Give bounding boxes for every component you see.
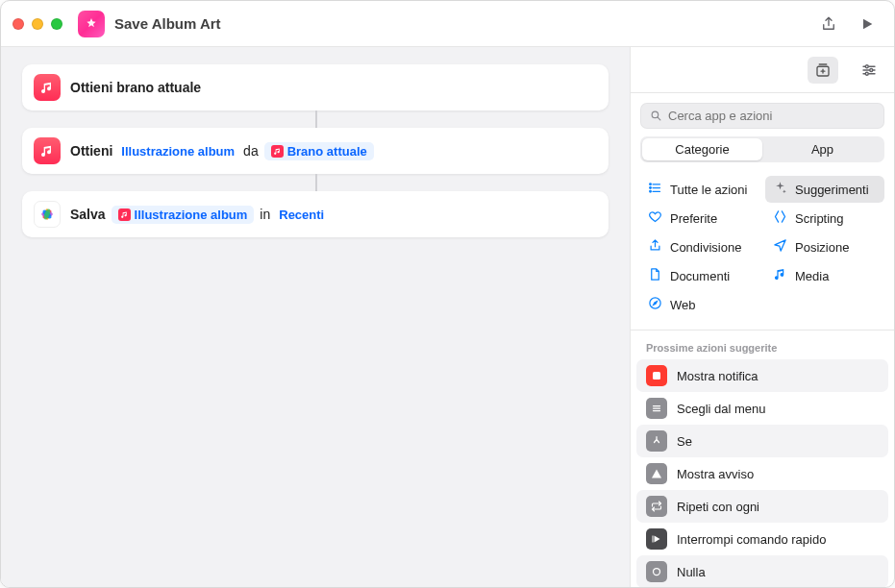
category-label: Suggerimenti: [795, 183, 869, 197]
category-label: Web: [670, 298, 696, 312]
category-condivisione[interactable]: Condivisione: [640, 233, 759, 260]
category-grid: Tutte le azioniSuggerimentiPreferiteScri…: [631, 172, 894, 330]
action-card[interactable]: SalvaIllustrazione albuminRecenti: [22, 191, 609, 237]
svg-point-9: [652, 111, 659, 118]
segment-apps[interactable]: App: [762, 138, 883, 160]
suggestion-label: Nulla: [677, 565, 706, 579]
svg-point-6: [865, 64, 868, 67]
action-connector: [315, 110, 317, 128]
category-preferite[interactable]: Preferite: [640, 205, 759, 232]
category-documenti[interactable]: Documenti: [640, 262, 759, 289]
music-app-icon: [34, 74, 61, 101]
library-toggle-button[interactable]: [808, 57, 838, 84]
category-posizione[interactable]: Posizione: [765, 233, 884, 260]
category-suggerimenti[interactable]: Suggerimenti: [765, 176, 884, 203]
action-text-small: in: [260, 207, 270, 222]
svg-point-8: [865, 72, 868, 75]
suggestion-label: Scegli dal menu: [677, 402, 766, 416]
parameter-token[interactable]: Illustrazione album: [118, 142, 237, 160]
suggestion-item[interactable]: Mostra notifica: [636, 359, 888, 392]
category-tutte-le-azioni[interactable]: Tutte le azioni: [640, 176, 759, 203]
svg-point-11: [650, 187, 652, 189]
titlebar: Save Album Art: [1, 1, 894, 47]
svg-point-7: [870, 68, 873, 71]
run-button[interactable]: [852, 11, 883, 37]
suggestion-item[interactable]: Ripeti con ogni: [636, 490, 888, 523]
variable-token[interactable]: Brano attuale: [264, 142, 374, 160]
category-label: Preferite: [670, 211, 717, 226]
action-text: OttieniIllustrazione albumdaBrano attual…: [70, 142, 374, 160]
workflow-editor[interactable]: Ottieni brano attualeOttieniIllustrazion…: [1, 47, 630, 587]
category-scripting[interactable]: Scripting: [765, 205, 884, 232]
safari-icon: [648, 296, 662, 313]
category-web[interactable]: Web: [640, 291, 759, 318]
search-field[interactable]: [640, 103, 884, 129]
category-label: Tutte le azioni: [670, 183, 747, 197]
suggestions-section-label: Prossime azioni suggerite: [631, 338, 894, 359]
action-card[interactable]: OttieniIllustrazione albumdaBrano attual…: [22, 128, 609, 174]
bell-icon: [646, 365, 667, 386]
suggestion-item[interactable]: Mostra avviso: [636, 457, 888, 490]
svg-point-10: [650, 184, 652, 185]
search-icon: [650, 110, 662, 122]
zoom-window-button[interactable]: [51, 18, 62, 30]
close-window-button[interactable]: [12, 18, 24, 30]
alert-icon: [646, 463, 667, 484]
suggestion-label: Mostra avviso: [677, 467, 754, 481]
suggestion-item[interactable]: Se: [636, 425, 888, 457]
variable-token[interactable]: Illustrazione album: [112, 206, 255, 224]
suggestion-item[interactable]: Nulla: [636, 555, 888, 587]
heart-icon: [648, 209, 662, 227]
action-text-small: da: [243, 143, 259, 159]
suggestion-item[interactable]: Scegli dal menu: [636, 392, 888, 425]
sidebar-content: Categorie App Tutte le azioniSuggeriment…: [631, 93, 894, 587]
window-title: Save Album Art: [114, 15, 221, 32]
note-icon: [773, 267, 787, 284]
search-input[interactable]: [668, 109, 875, 123]
actions-sidebar: Categorie App Tutte le azioniSuggeriment…: [630, 47, 894, 587]
shortcuts-editor-window: Save Album Art Ottieni brano attualeOtti…: [0, 0, 895, 588]
svg-point-12: [650, 190, 652, 192]
doc-icon: [648, 267, 662, 284]
empty-icon: [646, 561, 667, 582]
braces-icon: [773, 209, 787, 227]
svg-rect-14: [653, 372, 660, 380]
stop-icon: [646, 528, 667, 550]
shortcut-icon: [78, 11, 105, 37]
suggestion-label: Ripeti con ogni: [677, 500, 759, 514]
list-icon: [648, 181, 662, 198]
suggestion-item[interactable]: Interrompi comando rapido: [636, 523, 888, 555]
menu-icon: [646, 398, 667, 419]
share-icon: [648, 238, 662, 256]
window-body: Ottieni brano attualeOttieniIllustrazion…: [1, 47, 894, 587]
suggestion-label: Se: [677, 434, 692, 449]
action-label: Salva: [70, 207, 106, 222]
action-text: SalvaIllustrazione albuminRecenti: [70, 206, 327, 224]
suggestion-label: Mostra notifica: [677, 369, 758, 383]
share-button[interactable]: [813, 11, 844, 37]
photos-app-icon: [34, 201, 61, 228]
location-icon: [773, 238, 787, 256]
action-label: Ottieni brano attuale: [70, 80, 201, 95]
minimize-window-button[interactable]: [32, 18, 43, 30]
sidebar-divider: [631, 330, 894, 331]
svg-point-15: [654, 569, 660, 576]
action-text: Ottieni brano attuale: [70, 80, 201, 95]
category-label: Documenti: [670, 269, 730, 283]
settings-toggle-button[interactable]: [854, 57, 884, 84]
category-media[interactable]: Media: [765, 262, 884, 289]
category-label: Media: [795, 269, 829, 283]
category-label: Scripting: [795, 211, 844, 226]
parameter-token[interactable]: Recenti: [276, 206, 327, 224]
action-label: Ottieni: [70, 143, 112, 159]
action-card[interactable]: Ottieni brano attuale: [22, 64, 609, 110]
category-label: Posizione: [795, 240, 849, 255]
sidebar-segmented-control[interactable]: Categorie App: [640, 136, 884, 162]
sidebar-toolbar: [631, 47, 894, 93]
segment-categories[interactable]: Categorie: [642, 138, 762, 160]
suggestions-list: Mostra notificaScegli dal menuSeMostra a…: [631, 359, 894, 587]
category-label: Condivisione: [670, 240, 741, 255]
window-controls: [12, 18, 62, 30]
repeat-icon: [646, 496, 667, 517]
suggestion-label: Interrompi comando rapido: [677, 532, 826, 547]
